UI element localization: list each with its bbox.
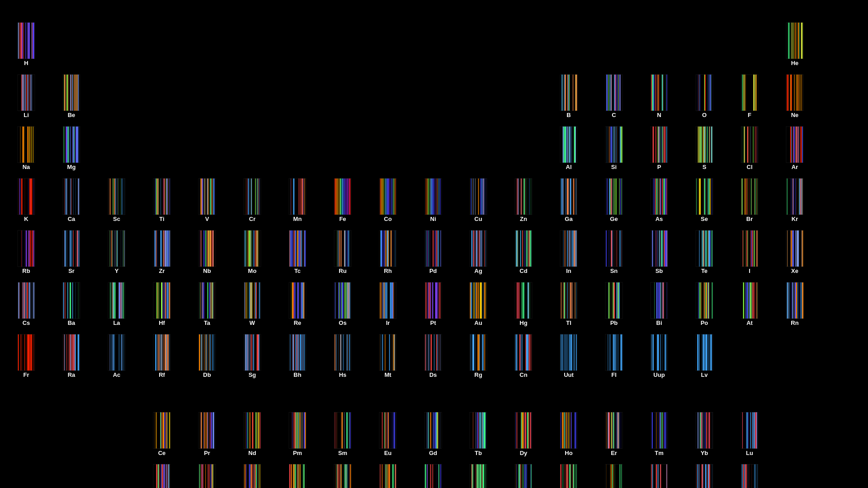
- periodic-table: [0, 0, 868, 488]
